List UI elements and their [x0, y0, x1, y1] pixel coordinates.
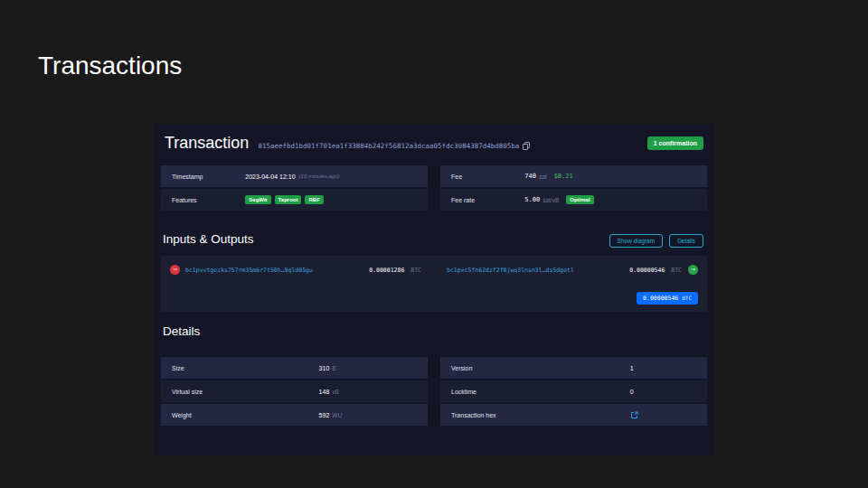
inputs-outputs-actions: Show diagram Details: [609, 234, 703, 248]
timestamp-label: Timestamp: [172, 174, 245, 180]
feature-badge-taproot: Taproot: [275, 195, 302, 204]
weight-value: 592: [319, 412, 330, 418]
details-button[interactable]: Details: [669, 234, 703, 248]
output-total-unit: BTC: [682, 295, 692, 301]
locktime-label: Locktime: [451, 389, 630, 395]
size-unit: B: [332, 365, 335, 371]
details-table: Size 310 B Virtual size 148 vB Weight 59…: [161, 357, 707, 427]
output-arrow-icon[interactable]: [688, 265, 698, 275]
fee-row: Fee 740 sat $0.21: [440, 165, 707, 187]
fee-label: Fee: [451, 174, 524, 180]
version-value: 1: [630, 365, 634, 371]
input-address-link[interactable]: bc1pvvtgezks757rm35m6r7t50h…9qld05gu: [185, 267, 313, 274]
output-total-badge[interactable]: 0.00000546 BTC: [637, 292, 698, 305]
external-link-icon[interactable]: [630, 411, 638, 419]
size-value: 310: [319, 365, 330, 371]
fee-usd: $0.21: [554, 173, 573, 180]
inputs-outputs-card: bc1pvvtgezks757rm35m6r7t50h…9qld05gu 0.0…: [161, 256, 707, 312]
timestamp-relative: (10 minutes ago): [299, 174, 340, 179]
transaction-panel: Transaction 815aeefbd1bd01f701ea1f33884b…: [154, 124, 714, 455]
transaction-id-link[interactable]: 815aeefbd1bd01f701ea1f33884b242f56812a3d…: [258, 142, 519, 150]
input-amount-unit: BTC: [410, 267, 421, 274]
input-arrow-icon[interactable]: [170, 265, 180, 275]
fee-rate-value: 5.00: [524, 196, 540, 203]
transaction-hex-row: Transaction hex: [440, 404, 707, 426]
fee-rate-label: Fee rate: [451, 197, 524, 203]
output-side: bc1pxc5fn62dzf2f0jwq3lnsn3l…ds5dgetl 0.0…: [434, 265, 698, 275]
io-row: bc1pvvtgezks757rm35m6r7t50h…9qld05gu 0.0…: [161, 256, 707, 275]
size-row: Size 310 B: [161, 357, 428, 379]
size-label: Size: [172, 365, 319, 371]
version-row: Version 1: [440, 357, 707, 379]
input-amount-value: 0.00001286: [369, 267, 404, 274]
weight-unit: WU: [332, 412, 342, 418]
input-side: bc1pvvtgezks757rm35m6r7t50h…9qld05gu 0.0…: [170, 265, 434, 275]
locktime-row: Locktime 0: [440, 380, 707, 402]
output-amount-unit: BTC: [671, 267, 682, 274]
output-address-link[interactable]: bc1pxc5fn62dzf2f0jwq3lnsn3l…ds5dgetl: [447, 267, 574, 274]
confirmation-badge: 1 confirmation: [647, 136, 703, 150]
slide-title: Transactions: [38, 52, 182, 80]
transaction-title: Transaction: [165, 134, 249, 153]
fee-rate-unit: sat/vB: [542, 197, 559, 203]
presentation-slide: Transactions Transaction 815aeefbd1bd01f…: [0, 0, 868, 488]
inputs-outputs-title: Inputs & Outputs: [163, 232, 254, 246]
details-left-column: Size 310 B Virtual size 148 vB Weight 59…: [161, 357, 428, 427]
output-total-value: 0.00000546: [643, 295, 678, 302]
weight-label: Weight: [172, 412, 319, 418]
transaction-header: Transaction 815aeefbd1bd01f701ea1f33884b…: [154, 124, 714, 162]
fee-unit: sat: [539, 174, 547, 180]
locktime-value: 0: [630, 389, 634, 395]
input-amount: 0.00001286 BTC: [369, 267, 421, 274]
show-diagram-button[interactable]: Show diagram: [609, 234, 664, 248]
transaction-hex-label: Transaction hex: [451, 412, 630, 418]
fee-value: 740: [524, 173, 536, 180]
virtual-size-value: 148: [319, 389, 330, 395]
output-amount-value: 0.00000546: [629, 267, 665, 274]
fee-rate-row: Fee rate 5.00 sat/vB Optimal: [440, 189, 707, 211]
copy-txid-icon[interactable]: [523, 142, 530, 150]
output-amount: 0.00000546 BTC: [629, 267, 682, 274]
details-title: Details: [163, 324, 200, 338]
feature-badge-rbf: RBF: [305, 195, 323, 204]
feature-badge-segwit: SegWit: [245, 195, 270, 204]
version-label: Version: [451, 365, 630, 371]
virtual-size-label: Virtual size: [172, 389, 319, 395]
timestamp-row: Timestamp 2023-04-04 12:10 (10 minutes a…: [161, 165, 428, 187]
fee-rate-badge: Optimal: [566, 195, 593, 204]
features-label: Features: [172, 197, 245, 203]
virtual-size-unit: vB: [332, 389, 339, 395]
timestamp-value: 2023-04-04 12:10: [245, 174, 295, 180]
weight-row: Weight 592 WU: [161, 404, 428, 426]
summary-table: Timestamp 2023-04-04 12:10 (10 minutes a…: [161, 165, 707, 212]
virtual-size-row: Virtual size 148 vB: [161, 380, 428, 402]
features-row: Features SegWit Taproot RBF: [161, 189, 428, 211]
details-right-column: Version 1 Locktime 0 Transaction hex: [440, 357, 707, 427]
